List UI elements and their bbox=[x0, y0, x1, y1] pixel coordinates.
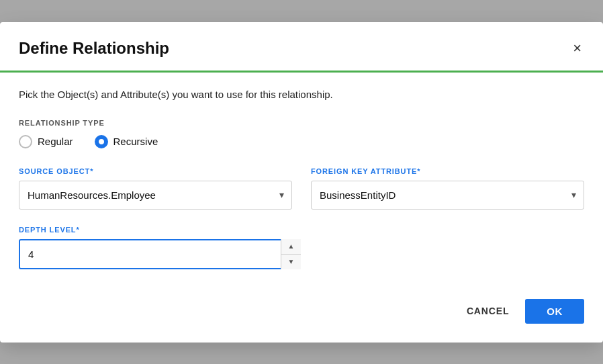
radio-circle-recursive bbox=[95, 135, 108, 148]
ok-button[interactable]: OK bbox=[525, 299, 584, 324]
fields-row: SOURCE OBJECT* HumanResources.Employee ▾… bbox=[19, 167, 584, 210]
depth-level-input-wrapper: ▲ ▼ bbox=[19, 239, 301, 269]
modal-body: Pick the Object(s) and Attribute(s) you … bbox=[0, 73, 603, 288]
relationship-type-label: RELATIONSHIP TYPE bbox=[19, 119, 584, 127]
modal-subtitle: Pick the Object(s) and Attribute(s) you … bbox=[19, 89, 584, 100]
depth-level-spinner: ▲ ▼ bbox=[281, 239, 301, 269]
foreign-key-required: * bbox=[417, 167, 420, 175]
radio-regular[interactable]: Regular bbox=[19, 135, 73, 148]
depth-level-increment[interactable]: ▲ bbox=[281, 239, 301, 255]
relationship-type-group: Regular Recursive bbox=[19, 135, 584, 148]
source-object-required: * bbox=[90, 167, 93, 175]
source-object-group: SOURCE OBJECT* HumanResources.Employee ▾ bbox=[19, 167, 292, 210]
depth-level-input[interactable] bbox=[19, 239, 301, 269]
source-object-label: SOURCE OBJECT* bbox=[19, 167, 292, 175]
foreign-key-select[interactable]: BusinessEntityID bbox=[311, 181, 584, 210]
define-relationship-modal: Define Relationship × Pick the Object(s)… bbox=[0, 22, 603, 343]
radio-regular-label: Regular bbox=[38, 136, 73, 147]
foreign-key-select-wrapper: BusinessEntityID ▾ bbox=[311, 181, 584, 210]
radio-recursive[interactable]: Recursive bbox=[95, 135, 158, 148]
depth-level-decrement[interactable]: ▼ bbox=[281, 255, 301, 269]
radio-circle-regular bbox=[19, 135, 32, 148]
depth-level-required: * bbox=[76, 226, 79, 234]
modal-title: Define Relationship bbox=[19, 39, 169, 58]
source-object-select-wrapper: HumanResources.Employee ▾ bbox=[19, 181, 292, 210]
depth-level-label: DEPTH LEVEL* bbox=[19, 226, 301, 234]
close-button[interactable]: × bbox=[570, 38, 584, 58]
source-object-select[interactable]: HumanResources.Employee bbox=[19, 181, 292, 210]
modal-footer: CANCEL OK bbox=[0, 288, 603, 343]
foreign-key-label: FOREIGN KEY ATTRIBUTE* bbox=[311, 167, 584, 175]
modal-header: Define Relationship × bbox=[0, 22, 603, 58]
depth-level-group: DEPTH LEVEL* ▲ ▼ bbox=[19, 226, 301, 269]
cancel-button[interactable]: CANCEL bbox=[461, 299, 514, 323]
modal-overlay: Define Relationship × Pick the Object(s)… bbox=[0, 0, 603, 364]
radio-recursive-label: Recursive bbox=[113, 136, 158, 147]
foreign-key-group: FOREIGN KEY ATTRIBUTE* BusinessEntityID … bbox=[311, 167, 584, 210]
